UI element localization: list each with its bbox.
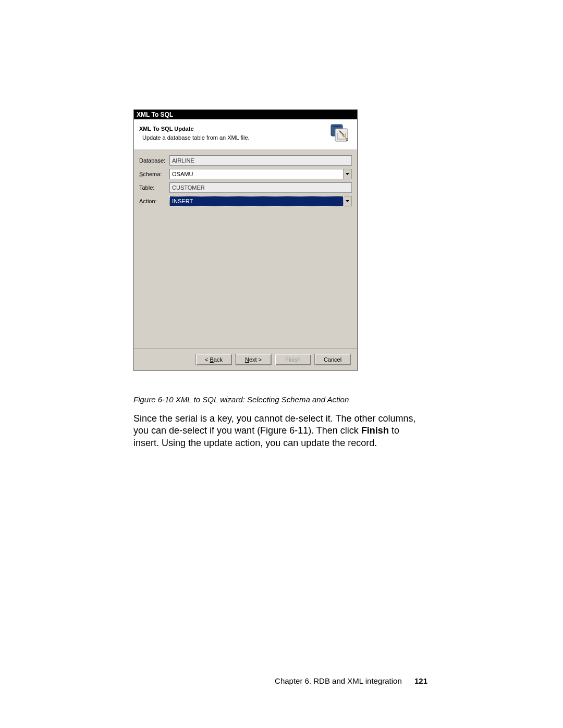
chapter-label: Chapter 6. RDB and XML integration bbox=[275, 676, 402, 685]
dialog-header-text: XML To SQL Update Update a database tabl… bbox=[139, 125, 250, 142]
dialog-form-area: Database: AIRLINE Schema: OSAMU Table: C… bbox=[134, 150, 357, 348]
field-action[interactable]: INSERT bbox=[169, 196, 344, 206]
dialog-header-sub: Update a database table from an XML file… bbox=[139, 134, 250, 142]
back-button[interactable]: < Back bbox=[195, 354, 232, 365]
svg-marker-5 bbox=[346, 200, 349, 202]
wizard-icon: x bbox=[330, 124, 352, 143]
dialog-header: XML To SQL Update Update a database tabl… bbox=[134, 119, 357, 150]
figure-caption: Figure 6-10 XML to SQL wizard: Selecting… bbox=[133, 395, 349, 404]
body-paragraph: Since the serial is a key, you cannot de… bbox=[133, 413, 425, 449]
label-database: Database: bbox=[139, 157, 169, 164]
page-footer: Chapter 6. RDB and XML integration 121 bbox=[0, 676, 563, 685]
cancel-button[interactable]: Cancel bbox=[314, 354, 351, 365]
page-number: 121 bbox=[414, 676, 427, 685]
row-action: Action: INSERT bbox=[139, 196, 352, 206]
svg-rect-1 bbox=[333, 126, 340, 127]
finish-button: Finish bbox=[275, 354, 311, 365]
row-schema: Schema: OSAMU bbox=[139, 169, 352, 179]
row-table: Table: CUSTOMER bbox=[139, 182, 352, 193]
dialog-title: XML To SQL bbox=[137, 111, 173, 118]
label-table: Table: bbox=[139, 184, 169, 191]
xml-to-sql-dialog: XML To SQL XML To SQL Update Update a da… bbox=[133, 109, 358, 371]
dialog-button-bar: < Back Next > Finish Cancel bbox=[134, 348, 357, 371]
schema-dropdown-button[interactable] bbox=[344, 169, 352, 179]
field-table: CUSTOMER bbox=[169, 182, 352, 193]
label-schema: Schema: bbox=[139, 171, 169, 177]
field-schema[interactable]: OSAMU bbox=[169, 169, 344, 179]
action-dropdown-button[interactable] bbox=[344, 196, 352, 206]
dialog-header-title: XML To SQL Update bbox=[139, 125, 250, 133]
next-button[interactable]: Next > bbox=[235, 354, 272, 365]
dialog-titlebar: XML To SQL bbox=[134, 110, 357, 119]
svg-text:x: x bbox=[346, 137, 348, 142]
row-database: Database: AIRLINE bbox=[139, 155, 352, 166]
svg-marker-4 bbox=[346, 173, 349, 175]
field-database: AIRLINE bbox=[169, 155, 352, 166]
label-action: Action: bbox=[139, 198, 169, 204]
